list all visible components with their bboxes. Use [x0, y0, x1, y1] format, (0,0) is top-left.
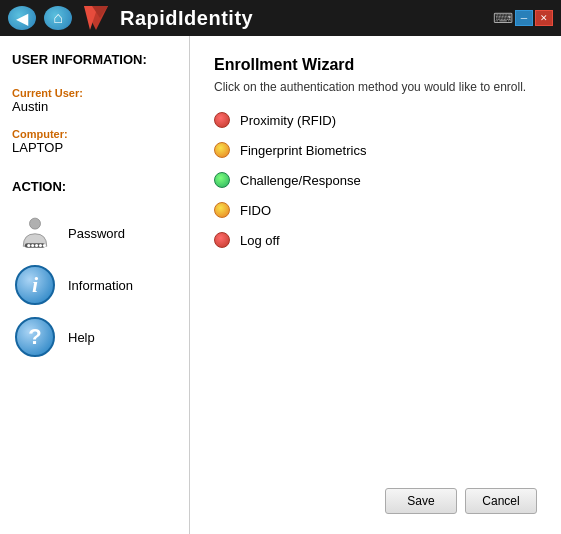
svg-point-9	[43, 244, 46, 247]
titlebar: ◀ ⌂ RapidIdentity ⌨ ─ ✕	[0, 0, 561, 36]
enroll-label: Proximity (RFID)	[240, 113, 336, 128]
wizard-title: Enrollment Wizard	[214, 56, 537, 74]
window-controls: ⌨ ─ ✕	[489, 10, 553, 26]
enroll-item[interactable]: FIDO	[214, 202, 537, 218]
enroll-label: FIDO	[240, 203, 271, 218]
password-action[interactable]: Password	[12, 212, 177, 254]
current-user-value: Austin	[12, 99, 177, 114]
app-logo	[80, 4, 112, 32]
enroll-item[interactable]: Log off	[214, 232, 537, 248]
status-dot-red	[214, 232, 230, 248]
svg-point-8	[39, 244, 42, 247]
wizard-subtitle: Click on the authentication method you w…	[214, 80, 537, 94]
password-label: Password	[68, 226, 125, 241]
enrollment-list: Proximity (RFID)Fingerprint BiometricsCh…	[214, 112, 537, 262]
status-dot-green	[214, 172, 230, 188]
cancel-button[interactable]: Cancel	[465, 488, 537, 514]
status-dot-red	[214, 112, 230, 128]
close-button[interactable]: ✕	[535, 10, 553, 26]
status-dot-yellow	[214, 142, 230, 158]
svg-point-7	[35, 244, 38, 247]
enroll-item[interactable]: Challenge/Response	[214, 172, 537, 188]
help-circle-icon: ?	[15, 317, 55, 357]
minimize-button[interactable]: ─	[515, 10, 533, 26]
password-icon	[12, 212, 58, 254]
svg-point-5	[27, 244, 30, 247]
sidebar: USER INFORMATION: Current User: Austin C…	[0, 36, 190, 534]
action-title: ACTION:	[12, 179, 177, 194]
computer-label: Computer:	[12, 128, 177, 140]
information-action[interactable]: i Information	[12, 264, 177, 306]
keyboard-icon: ⌨	[493, 10, 513, 26]
footer-buttons: Save Cancel	[214, 478, 537, 514]
help-label: Help	[68, 330, 95, 345]
information-icon: i	[12, 264, 58, 306]
app-title: RapidIdentity	[120, 7, 253, 30]
enroll-label: Fingerprint Biometrics	[240, 143, 366, 158]
save-button[interactable]: Save	[385, 488, 457, 514]
main-layout: USER INFORMATION: Current User: Austin C…	[0, 36, 561, 534]
user-info-title: USER INFORMATION:	[12, 52, 177, 67]
enroll-item[interactable]: Fingerprint Biometrics	[214, 142, 537, 158]
enroll-label: Challenge/Response	[240, 173, 361, 188]
content-panel: Enrollment Wizard Click on the authentic…	[190, 36, 561, 534]
help-action[interactable]: ? Help	[12, 316, 177, 358]
help-icon: ?	[12, 316, 58, 358]
info-circle-icon: i	[15, 265, 55, 305]
enroll-item[interactable]: Proximity (RFID)	[214, 112, 537, 128]
information-label: Information	[68, 278, 133, 293]
computer-value: LAPTOP	[12, 140, 177, 155]
current-user-label: Current User:	[12, 87, 177, 99]
enroll-label: Log off	[240, 233, 280, 248]
svg-point-6	[31, 244, 34, 247]
status-dot-yellow	[214, 202, 230, 218]
back-button[interactable]: ◀	[8, 6, 36, 30]
home-button[interactable]: ⌂	[44, 6, 72, 30]
svg-point-3	[30, 218, 41, 229]
